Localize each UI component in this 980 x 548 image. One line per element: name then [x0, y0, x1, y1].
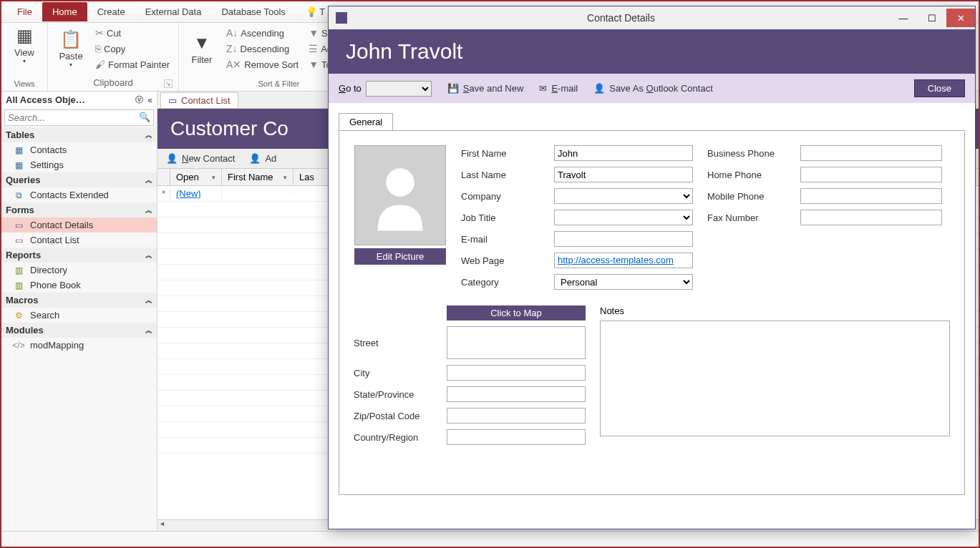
label-jobtitle: Job Title — [461, 212, 554, 223]
label-fax: Fax Number — [707, 212, 800, 223]
search-icon[interactable]: 🔍 — [136, 110, 153, 125]
nav-caret-icon[interactable]: ⓥ — [135, 94, 143, 105]
modal-titlebar[interactable]: Contact Details — ☐ ✕ — [329, 6, 975, 29]
label-homephone: Home Phone — [707, 170, 800, 180]
notes-field[interactable] — [600, 321, 950, 436]
edit-picture-button[interactable]: Edit Picture — [354, 248, 446, 265]
close-button[interactable]: Close — [914, 79, 965, 97]
city-field[interactable] — [447, 365, 586, 381]
save-outlook-button[interactable]: 👤Save As Outlook Contact — [593, 83, 713, 94]
paste-button[interactable]: 📋 Paste ▾ — [54, 26, 88, 72]
label-firstname: First Name — [461, 148, 554, 159]
mobilephone-field[interactable] — [800, 188, 942, 204]
form-icon: ▭ — [13, 220, 24, 230]
country-field[interactable] — [447, 429, 586, 445]
clipboard-launcher[interactable]: ↘ — [164, 79, 173, 88]
dropdown-icon[interactable]: ▾ — [283, 174, 287, 181]
jobtitle-field[interactable] — [554, 210, 693, 225]
nav-item-contacts[interactable]: ▦Contacts — [1, 142, 157, 157]
street-field[interactable] — [447, 326, 586, 359]
doc-tab-contact-list[interactable]: ▭Contact List — [160, 92, 238, 108]
nav-item-directory[interactable]: ▥Directory — [1, 263, 157, 278]
section-macros[interactable]: Macros︽ — [1, 293, 157, 308]
macro-icon: ⚙ — [13, 310, 24, 321]
homephone-field[interactable] — [800, 167, 942, 182]
section-modules[interactable]: Modules︽ — [1, 323, 157, 338]
tab-file[interactable]: File — [7, 2, 42, 21]
tabpanel-general: Edit Picture First Name Last Name Compan… — [339, 130, 965, 495]
window-title: Contact Details — [353, 12, 889, 24]
modal-body: General Edit Picture First Name Last Nam… — [329, 103, 975, 529]
email-button[interactable]: ✉E-mail — [539, 83, 578, 94]
fax-field[interactable] — [800, 210, 942, 225]
nav-item-settings[interactable]: ▦Settings — [1, 157, 157, 172]
section-queries[interactable]: Queries︽ — [1, 172, 157, 187]
format-painter-button[interactable]: 🖌Format Painter — [92, 57, 173, 72]
lastname-field[interactable] — [554, 167, 693, 182]
group-clipboard: 📋 Paste ▾ ✂Cut ⎘Copy 🖌Format Painter Cli… — [48, 23, 179, 91]
email-field[interactable] — [554, 231, 693, 247]
maximize-button[interactable]: ☐ — [918, 9, 946, 27]
nav-item-modmapping[interactable]: </>modMapping — [1, 338, 157, 353]
state-field[interactable] — [447, 386, 586, 402]
tab-home[interactable]: Home — [42, 2, 87, 21]
modal-toolbar: Go to 💾Save and New ✉E-mail 👤Save As Out… — [329, 74, 975, 103]
label-zip: Zip/Postal Code — [354, 411, 447, 421]
remove-sort-button[interactable]: A✕Remove Sort — [223, 57, 301, 72]
save-and-new-button[interactable]: 💾Save and New — [447, 83, 524, 94]
nav-item-contact-details[interactable]: ▭Contact Details — [1, 217, 157, 233]
col-lastname[interactable]: Las — [293, 169, 329, 185]
tab-external-data[interactable]: External Data — [135, 2, 212, 21]
webpage-link[interactable]: http://access-templates.com — [558, 255, 674, 265]
zip-field[interactable] — [447, 408, 586, 424]
tab-database-tools[interactable]: Database Tools — [211, 2, 295, 21]
view-button[interactable]: ▦ View ▾ — [7, 26, 42, 64]
new-row-link[interactable]: (New) — [170, 187, 222, 200]
col-firstname[interactable]: First Name▾ — [222, 169, 293, 185]
click-to-map-button[interactable]: Click to Map — [447, 305, 586, 321]
section-forms[interactable]: Forms︽ — [1, 202, 157, 217]
save-icon: 💾 — [447, 83, 459, 94]
label-businessphone: Business Phone — [707, 148, 800, 159]
nav-item-search-macro[interactable]: ⚙Search — [1, 308, 157, 323]
copy-button[interactable]: ⎘Copy — [92, 41, 173, 56]
group-views: ▦ View ▾ Views — [1, 23, 48, 91]
label-mobilephone: Mobile Phone — [707, 191, 800, 202]
label-company: Company — [461, 191, 554, 202]
nav-search-input[interactable] — [5, 110, 136, 125]
nav-header[interactable]: All Access Obje… ⓥ « — [1, 92, 157, 108]
nav-collapse-icon[interactable]: « — [147, 95, 152, 105]
label-street: Street — [354, 338, 447, 348]
new-contact-button[interactable]: 👤New Contact — [166, 153, 235, 164]
businessphone-field[interactable] — [800, 145, 942, 161]
add-button[interactable]: 👤Ad — [249, 153, 276, 164]
minimize-button[interactable]: — — [889, 9, 918, 27]
contact-details-window: Contact Details — ☐ ✕ John Travolt Go to… — [328, 6, 976, 529]
nav-item-phone-book[interactable]: ▥Phone Book — [1, 278, 157, 293]
filter-button[interactable]: ▼ Filter — [185, 26, 219, 72]
nav-item-contacts-extended[interactable]: ⧉Contacts Extended — [1, 187, 157, 202]
chevron-up-icon: ︽ — [145, 205, 152, 215]
goto-select[interactable] — [366, 81, 432, 97]
window-close-button[interactable]: ✕ — [946, 9, 975, 27]
col-open[interactable]: Open▾ — [170, 169, 222, 185]
descending-button[interactable]: Z↓Descending — [223, 41, 301, 56]
nav-item-contact-list[interactable]: ▭Contact List — [1, 233, 157, 248]
category-field[interactable]: Personal — [554, 274, 693, 290]
ascending-button[interactable]: A↓Ascending — [223, 26, 301, 40]
row-selector-header[interactable] — [157, 169, 170, 185]
person-icon: 👤 — [593, 83, 605, 94]
section-reports[interactable]: Reports︽ — [1, 248, 157, 263]
person-add-icon: 👤 — [249, 153, 261, 164]
company-field[interactable] — [554, 188, 693, 204]
tab-create[interactable]: Create — [87, 2, 135, 21]
query-icon: ⧉ — [13, 190, 24, 200]
contact-picture[interactable] — [354, 145, 446, 245]
firstname-field[interactable] — [554, 145, 693, 161]
group-label-clipboard: Clipboard↘ — [54, 76, 173, 88]
cut-button[interactable]: ✂Cut — [92, 26, 173, 40]
dropdown-icon[interactable]: ▾ — [212, 174, 215, 181]
label-state: State/Province — [354, 389, 447, 400]
tab-general[interactable]: General — [339, 113, 393, 130]
section-tables[interactable]: Tables︽ — [1, 127, 157, 142]
